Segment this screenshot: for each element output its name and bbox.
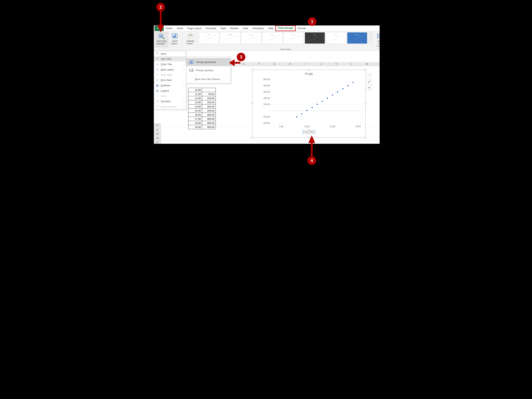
svg-rect-24	[190, 63, 193, 64]
resize-handle[interactable]	[252, 103, 253, 104]
data-point[interactable]	[311, 107, 313, 108]
plot-area[interactable]: 500.00400.00300.00200.00100.00--100.00-2…	[261, 80, 360, 125]
col-L[interactable]: L	[344, 62, 360, 66]
col-F[interactable]: F	[252, 62, 267, 66]
svg-point-11	[189, 35, 190, 36]
x-tick-label: 10.00	[304, 125, 310, 128]
data-point[interactable]	[332, 94, 333, 96]
menu-primary-vertical[interactable]: Primary Vertical	[186, 66, 230, 74]
menu-chart-title[interactable]: ▭Chart Title›	[154, 61, 186, 67]
menu-axes[interactable]: ╙AAxesxes›	[154, 51, 186, 56]
data-point[interactable]	[342, 88, 343, 89]
chart-filter-button[interactable]: ▼	[367, 86, 372, 91]
chart-title[interactable]: Profit	[252, 70, 365, 76]
col-I[interactable]: I	[298, 62, 313, 66]
menu-gridlines[interactable]: ▦Gridlines›	[154, 83, 186, 88]
chart-elements-button[interactable]: +	[367, 73, 372, 78]
tab-page-layout[interactable]: Page Layout	[185, 26, 204, 31]
chevron-right-icon: ›	[184, 53, 184, 55]
quick-layout-icon	[172, 33, 178, 39]
col-J[interactable]: J	[313, 62, 329, 66]
data-point[interactable]	[301, 113, 302, 114]
menu-more-axis-title-options[interactable]: More Axis Title Options...	[186, 76, 230, 82]
resize-handle[interactable]	[365, 103, 366, 104]
svg-rect-7	[173, 36, 174, 37]
chart-style-2[interactable]: PROFIT	[220, 32, 240, 44]
col-H[interactable]: H	[282, 62, 298, 66]
data-point[interactable]	[327, 98, 328, 99]
chart-styles-button[interactable]: 🖌	[367, 79, 372, 84]
change-colors-button[interactable]: Change Colors	[184, 32, 197, 47]
menu-data-labels[interactable]: ▯Data Labels›	[154, 67, 186, 72]
add-chart-element-button[interactable]: Add Chart Element	[155, 32, 168, 47]
y-tick-label: 300.00	[260, 91, 270, 93]
chart-style-7[interactable]: Profit	[326, 32, 346, 44]
data-group-label: D	[375, 48, 380, 50]
menu-axis-titles[interactable]: ╙Axis Titles›	[154, 56, 186, 61]
svg-rect-10	[172, 38, 177, 38]
row-13[interactable]: 13	[154, 123, 161, 128]
x-axis-title[interactable]: Axis Title	[303, 130, 315, 134]
tab-review[interactable]: Review	[228, 26, 241, 31]
chart-style-5[interactable]: Profit	[284, 32, 304, 44]
col-G[interactable]: G	[267, 62, 282, 66]
data-labels-icon: ▯	[155, 68, 159, 71]
tab-developer[interactable]: Developer	[250, 26, 266, 31]
col-M[interactable]: M	[360, 62, 375, 66]
resize-handle[interactable]	[252, 137, 253, 138]
x-axis[interactable]: 5.0010.0015.0020.00	[271, 125, 360, 129]
quick-layout-button[interactable]: Quick Layout	[168, 32, 181, 47]
row-17[interactable]: 17	[154, 140, 161, 144]
data-point[interactable]	[317, 104, 318, 105]
styles-down-icon[interactable]: ▾	[369, 36, 372, 40]
tab-data[interactable]: Data	[218, 26, 228, 31]
switch-row-column-button[interactable]: Switch Row/ Column	[375, 32, 380, 47]
row-14[interactable]: 14	[154, 128, 161, 132]
tab-formulas[interactable]: Formulas	[204, 26, 218, 31]
chart-style-3[interactable]: Profit	[241, 32, 261, 44]
resize-handle[interactable]	[365, 69, 366, 71]
tab-home[interactable]: Home	[164, 26, 175, 31]
tab-insert[interactable]: Insert	[175, 26, 185, 31]
worksheet-data-table[interactable]: 10.00- 11.0050.00 12.00100.00 13.00150.0…	[188, 88, 216, 129]
tab-view[interactable]: View	[241, 26, 250, 31]
embedded-chart[interactable]: Profit 500.00400.00300.00200.00100.00--1…	[252, 70, 366, 138]
chart-style-1[interactable]: Profit	[199, 32, 219, 44]
row-16[interactable]: 16	[154, 136, 161, 140]
row-15[interactable]: 15	[154, 132, 161, 136]
callout-1: 1	[308, 17, 317, 26]
chart-style-6[interactable]: Profit	[305, 32, 325, 44]
data-point[interactable]	[337, 91, 338, 92]
chart-style-4[interactable]: Profit	[262, 32, 283, 44]
chart-style-8[interactable]: PROFIT	[347, 32, 367, 44]
palette-icon	[187, 33, 193, 39]
menu-error-bars[interactable]: ┼Error Bars›	[154, 77, 186, 83]
data-point[interactable]	[353, 82, 354, 83]
y-tick-label: -100.00	[260, 116, 270, 118]
tab-chart-design[interactable]: Chart Design	[276, 25, 295, 31]
styles-up-icon[interactable]: ▴	[369, 32, 372, 36]
svg-marker-31	[158, 25, 164, 31]
resize-handle[interactable]	[308, 69, 310, 71]
tab-format[interactable]: Format	[295, 26, 308, 31]
tab-help[interactable]: Help	[266, 26, 276, 31]
y-axis[interactable]: 500.00400.00300.00200.00100.00--100.00-2…	[261, 80, 271, 125]
data-point[interactable]	[296, 116, 297, 117]
callout-3: 3	[237, 53, 245, 61]
col-K[interactable]: K	[329, 62, 344, 66]
menu-primary-horizontal[interactable]: Primary Horizontal	[186, 58, 230, 66]
resize-handle[interactable]	[252, 69, 253, 71]
styles-more-icon[interactable]: ▾	[369, 40, 372, 44]
resize-handle[interactable]	[365, 137, 366, 138]
chart-styles-scroll[interactable]: ▴ ▾ ▾	[369, 32, 372, 44]
menu-trendline[interactable]: ↗Trendline›	[154, 98, 186, 104]
svg-point-14	[191, 35, 192, 36]
menu-legend[interactable]: ▤Legend›	[154, 88, 186, 93]
legend-icon: ▤	[155, 89, 159, 92]
y-tick-label: -200.00	[260, 122, 270, 124]
chevron-right-icon: ›	[184, 79, 184, 81]
svg-rect-22	[191, 61, 191, 63]
data-point[interactable]	[306, 110, 308, 111]
data-point[interactable]	[347, 85, 348, 86]
data-point[interactable]	[322, 101, 323, 102]
